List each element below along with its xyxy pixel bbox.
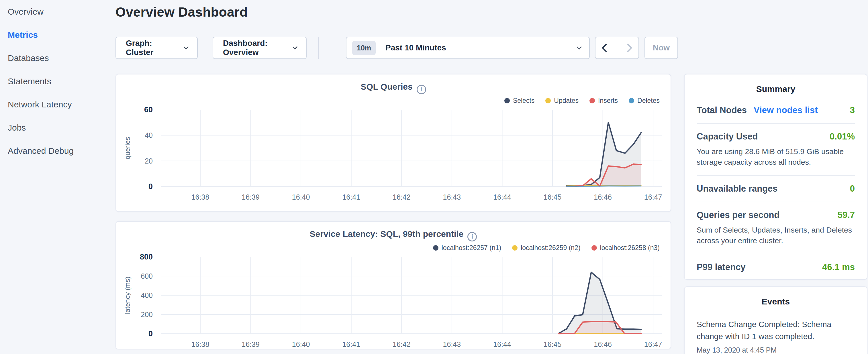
legend-dot-icon (433, 245, 438, 251)
svg-text:16:45: 16:45 (544, 193, 562, 201)
total-nodes-label: Total Nodes (696, 105, 747, 116)
legend-dot-icon (629, 98, 634, 103)
legend-item[interactable]: localhost:26258 (n3) (591, 244, 660, 252)
toolbar-divider (318, 37, 319, 59)
capacity-used-desc: You are using 28.6 MiB of 515.9 GiB usab… (696, 147, 855, 167)
sql-queries-card: SQL Queriesi SelectsUpdatesInsertsDelete… (116, 74, 671, 212)
svg-text:16:41: 16:41 (342, 340, 360, 348)
chevron-left-icon (601, 43, 610, 52)
svg-text:16:44: 16:44 (493, 340, 511, 348)
qps-value: 59.7 (838, 210, 855, 220)
summary-row-capacity: Capacity Used 0.01% You are using 28.6 M… (696, 124, 855, 176)
page-title: Overview Dashboard (116, 4, 678, 20)
service-latency-card: Service Latency: SQL, 99th percentilei l… (116, 221, 671, 349)
sidebar-item-jobs[interactable]: Jobs (8, 116, 116, 139)
capacity-used-label: Capacity Used (696, 131, 758, 142)
svg-text:16:46: 16:46 (594, 340, 612, 348)
svg-text:16:41: 16:41 (342, 193, 360, 201)
toolbar: Graph: Cluster Dashboard: Overview 10m P… (116, 37, 678, 59)
chart-title: Service Latency: SQL, 99th percentile (310, 229, 464, 238)
svg-text:16:46: 16:46 (594, 193, 612, 201)
legend-item[interactable]: localhost:26259 (n2) (512, 244, 580, 252)
unavailable-ranges-value: 0 (850, 184, 855, 194)
event-timestamp: May 13, 2020 at 4:45 PM (696, 346, 855, 354)
chart-title-row: Service Latency: SQL, 99th percentilei (123, 229, 664, 240)
svg-text:16:40: 16:40 (292, 340, 310, 348)
total-nodes-value: 3 (850, 105, 855, 116)
legend-item[interactable]: Inserts (589, 97, 618, 104)
time-step-buttons (595, 37, 639, 59)
info-icon[interactable]: i (417, 85, 426, 94)
legend-label: Updates (554, 97, 579, 104)
summary-title: Summary (696, 84, 855, 94)
legend-item[interactable]: Updates (545, 97, 579, 104)
svg-text:16:38: 16:38 (191, 340, 210, 348)
sql-queries-chart[interactable]: 020406016:3816:3916:4016:4116:4216:4316:… (123, 105, 664, 203)
event-message: Schema Change Completed: Schema change w… (696, 319, 855, 343)
event-item[interactable]: Schema Change Completed: Schema change w… (696, 319, 855, 354)
svg-text:16:43: 16:43 (443, 193, 461, 201)
chart-title: SQL Queries (361, 82, 412, 91)
unavailable-ranges-label: Unavailable ranges (696, 184, 778, 194)
chevron-down-icon (183, 44, 189, 50)
events-title: Events (696, 297, 855, 307)
svg-text:16:39: 16:39 (242, 193, 260, 201)
legend-label: Deletes (637, 97, 660, 104)
sidebar: Overview Metrics Databases Statements Ne… (0, 0, 116, 354)
legend-label: localhost:26258 (n3) (600, 244, 660, 252)
legend-item[interactable]: localhost:26257 (n1) (433, 244, 501, 252)
svg-text:200: 200 (141, 311, 153, 319)
qps-label: Queries per second (696, 210, 779, 220)
svg-text:16:40: 16:40 (292, 193, 310, 201)
sidebar-item-advanced-debug[interactable]: Advanced Debug (8, 139, 116, 162)
summary-card: Summary Total Nodes View nodes list 3 Ca… (684, 74, 867, 280)
svg-text:latency (ms): latency (ms) (124, 277, 131, 314)
legend-item[interactable]: Selects (504, 97, 534, 104)
right-rail: Summary Total Nodes View nodes list 3 Ca… (684, 74, 867, 354)
svg-text:16:42: 16:42 (393, 193, 411, 201)
now-button[interactable]: Now (645, 37, 678, 59)
p99-latency-value: 46.1 ms (822, 262, 855, 272)
legend-label: localhost:26259 (n2) (521, 244, 580, 252)
legend-dot-icon (591, 245, 597, 251)
graph-dropdown[interactable]: Graph: Cluster (116, 37, 198, 59)
legend-dot-icon (589, 98, 595, 103)
chart-legend: localhost:26257 (n1)localhost:26259 (n2)… (123, 244, 664, 252)
svg-text:16:42: 16:42 (393, 340, 411, 348)
summary-row-unavailable-ranges: Unavailable ranges 0 (696, 176, 855, 202)
time-range-label: Past 10 Minutes (385, 43, 446, 53)
prev-time-button[interactable] (595, 37, 617, 59)
events-card: Events Schema Change Completed: Schema c… (684, 286, 867, 354)
sidebar-item-overview[interactable]: Overview (8, 0, 116, 23)
sidebar-item-metrics[interactable]: Metrics (8, 23, 116, 46)
view-nodes-list-link[interactable]: View nodes list (754, 105, 817, 116)
svg-text:600: 600 (141, 272, 153, 280)
svg-text:0: 0 (149, 182, 153, 191)
dashboard-dropdown[interactable]: Dashboard: Overview (213, 37, 307, 59)
time-range-picker[interactable]: 10m Past 10 Minutes (346, 37, 590, 59)
legend-label: Selects (513, 97, 534, 104)
chevron-down-icon (293, 44, 298, 49)
svg-text:queries: queries (124, 137, 131, 160)
svg-text:16:45: 16:45 (544, 340, 562, 348)
summary-row-total-nodes: Total Nodes View nodes list 3 (696, 97, 855, 124)
sidebar-item-databases[interactable]: Databases (8, 46, 116, 70)
next-time-button[interactable] (617, 37, 639, 59)
legend-label: Inserts (598, 97, 618, 104)
sidebar-item-statements[interactable]: Statements (8, 70, 116, 93)
svg-text:16:38: 16:38 (191, 193, 210, 201)
chart-legend: SelectsUpdatesInsertsDeletes (123, 96, 664, 105)
svg-text:800: 800 (140, 253, 153, 261)
legend-label: localhost:26257 (n1) (442, 244, 501, 252)
capacity-used-value: 0.01% (830, 131, 855, 142)
sidebar-item-network-latency[interactable]: Network Latency (8, 93, 116, 116)
legend-dot-icon (545, 98, 551, 103)
svg-text:60: 60 (144, 105, 153, 114)
dashboard-dropdown-label: Dashboard: Overview (223, 39, 287, 57)
service-latency-chart[interactable]: 020040060080016:3816:3916:4016:4116:4216… (123, 253, 664, 349)
info-icon[interactable]: i (467, 232, 477, 242)
legend-item[interactable]: Deletes (629, 97, 660, 104)
p99-latency-label: P99 latency (696, 262, 746, 272)
svg-text:16:43: 16:43 (443, 340, 461, 348)
svg-text:16:47: 16:47 (644, 340, 662, 348)
